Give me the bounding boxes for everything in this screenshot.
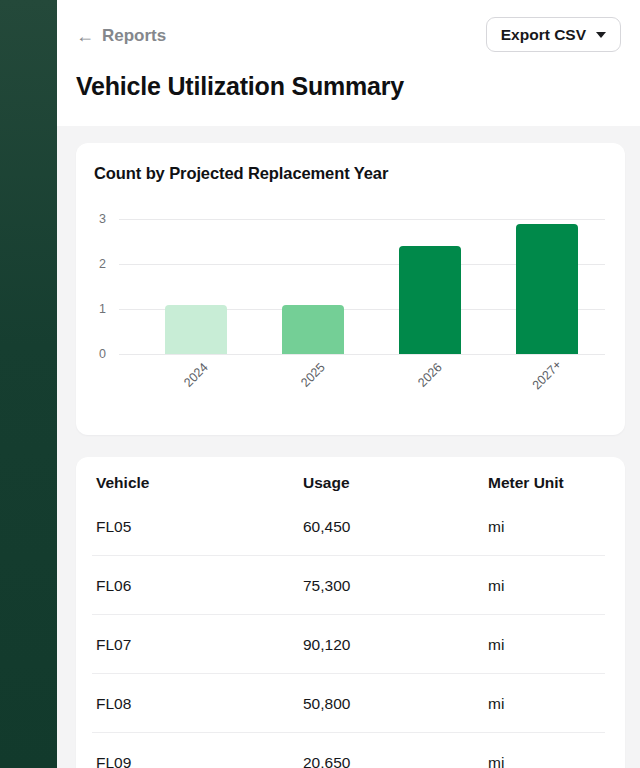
- column-header-vehicle: Vehicle: [96, 473, 303, 493]
- cell-meter_unit: mi: [488, 518, 605, 536]
- column-header-meter-unit: Meter Unit: [488, 473, 605, 493]
- cell-usage: 75,300: [303, 577, 488, 595]
- cell-meter_unit: mi: [488, 754, 605, 768]
- table-row: FL0790,120mi: [76, 615, 625, 674]
- table-header-row: VehicleUsageMeter Unit: [76, 457, 625, 497]
- chart-gridline: [119, 219, 605, 220]
- export-csv-label: Export CSV: [501, 26, 586, 44]
- y-axis-tick-label: 3: [94, 213, 106, 226]
- page-title: Vehicle Utilization Summary: [76, 72, 404, 101]
- back-to-reports-link[interactable]: ← Reports: [76, 26, 166, 46]
- bar-chart: 01232024202520262027+: [94, 219, 605, 354]
- cell-meter_unit: mi: [488, 577, 605, 595]
- cell-vehicle: FL05: [96, 518, 303, 536]
- cell-meter_unit: mi: [488, 695, 605, 713]
- cell-vehicle: FL09: [96, 754, 303, 768]
- cell-usage: 20,650: [303, 754, 488, 768]
- main-panel: ← Reports Export CSV Vehicle Utilization…: [57, 0, 640, 768]
- content-area: Count by Projected Replacement Year 0123…: [57, 126, 640, 768]
- y-axis-tick-label: 1: [94, 303, 106, 316]
- chevron-down-icon: [596, 32, 606, 38]
- bar-2027+[interactable]: [516, 224, 578, 355]
- cell-vehicle: FL07: [96, 636, 303, 654]
- cell-vehicle: FL06: [96, 577, 303, 595]
- chart-gridline: [119, 354, 605, 355]
- bar-2025[interactable]: [282, 305, 344, 355]
- table-row: FL0675,300mi: [76, 556, 625, 615]
- export-csv-button[interactable]: Export CSV: [486, 17, 621, 52]
- chart-title: Count by Projected Replacement Year: [94, 164, 605, 183]
- cell-vehicle: FL08: [96, 695, 303, 713]
- chart-card: Count by Projected Replacement Year 0123…: [76, 143, 625, 435]
- x-axis-label: 2024: [181, 360, 211, 390]
- bar-2024[interactable]: [165, 305, 227, 355]
- cell-meter_unit: mi: [488, 636, 605, 654]
- vehicle-table-card: VehicleUsageMeter Unit FL0560,450miFL067…: [76, 457, 625, 768]
- table-body: FL0560,450miFL0675,300miFL0790,120miFL08…: [76, 497, 625, 768]
- table-row: FL0920,650mi: [76, 733, 625, 768]
- table-row: FL0850,800mi: [76, 674, 625, 733]
- app-root: ← Reports Export CSV Vehicle Utilization…: [0, 0, 640, 768]
- sidebar-nav: [0, 0, 57, 768]
- cell-usage: 60,450: [303, 518, 488, 536]
- table-row: FL0560,450mi: [76, 497, 625, 556]
- bar-2026[interactable]: [399, 246, 461, 354]
- y-axis-tick-label: 0: [94, 348, 106, 361]
- x-axis-label: 2025: [298, 360, 328, 390]
- back-arrow-icon: ←: [76, 27, 94, 45]
- cell-usage: 50,800: [303, 695, 488, 713]
- x-axis-label: 2026: [415, 360, 445, 390]
- back-link-label: Reports: [102, 26, 166, 46]
- cell-usage: 90,120: [303, 636, 488, 654]
- topbar: ← Reports Export CSV Vehicle Utilization…: [57, 0, 640, 126]
- y-axis-tick-label: 2: [94, 258, 106, 271]
- column-header-usage: Usage: [303, 473, 488, 493]
- x-axis-label: 2027+: [529, 358, 564, 393]
